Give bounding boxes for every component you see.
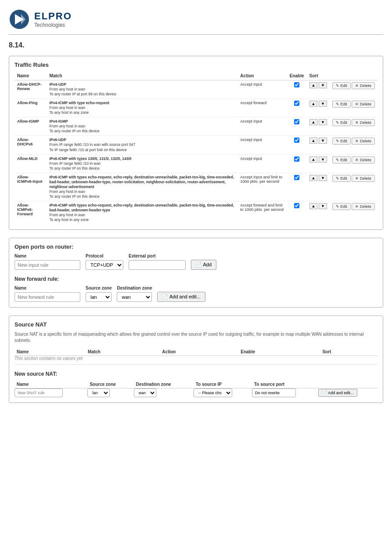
row-enable-checkbox-3[interactable] — [294, 138, 299, 143]
row-enable-checkbox-2[interactable] — [294, 119, 299, 124]
snat-col-action: Action — [160, 348, 238, 356]
row-enable-checkbox-6[interactable] — [294, 203, 299, 208]
sort-down-btn-4[interactable]: ▼ — [319, 156, 327, 163]
sort-up-btn-2[interactable]: ▲ — [309, 119, 318, 125]
row-sort-2: ▲ ▼ — [307, 117, 330, 136]
open-ports-extport-label: External port — [129, 254, 186, 258]
new-snat-col-tosourceport: To source port — [252, 381, 318, 388]
edit-btn-6[interactable]: ✎ Edit — [332, 203, 351, 210]
new-snat-source-zone-select[interactable]: lan wan — [87, 388, 110, 397]
open-ports-protocol-group: Protocol TCP+UDP TCP UDP — [86, 254, 123, 270]
sort-down-btn-2[interactable]: ▼ — [319, 119, 327, 125]
open-ports-protocol-select[interactable]: TCP+UDP TCP UDP — [86, 260, 123, 270]
new-snat-tosourceip-select[interactable]: -- Please cho — [194, 388, 232, 397]
row-name-2: Allow-IGMP — [14, 117, 47, 136]
snat-col-match: Match — [86, 348, 160, 356]
col-actions — [330, 72, 378, 80]
row-enable-4[interactable] — [287, 154, 307, 173]
sort-up-btn-4[interactable]: ▲ — [309, 156, 318, 163]
forward-add-edit-button[interactable]: 📄 Add and edit... — [157, 292, 205, 302]
source-nat-table: Name Match Action Enable Sort This secti… — [14, 348, 378, 361]
row-btns-4: ✎ Edit ✕ Delete — [330, 154, 378, 173]
new-snat-source-zone-cell: lan wan — [87, 388, 133, 398]
row-enable-checkbox-4[interactable] — [294, 156, 299, 162]
sort-down-btn-1[interactable]: ▼ — [319, 101, 327, 107]
open-ports-extport-group: External port — [129, 254, 186, 270]
source-nat-title: Source NAT — [14, 321, 378, 328]
open-ports-name-input[interactable] — [14, 260, 80, 270]
sort-up-btn-6[interactable]: ▲ — [309, 203, 318, 209]
new-snat-col-tosourceip: To source IP — [194, 381, 252, 388]
row-sort-6: ▲ ▼ — [307, 201, 330, 224]
logo-sub: Technologies — [34, 22, 72, 28]
traffic-row: Allow-ICMPv6-Input IPv6-ICMP with types … — [14, 173, 378, 201]
delete-btn-4[interactable]: ✕ Delete — [352, 156, 375, 163]
row-enable-6[interactable] — [287, 201, 307, 224]
sort-up-btn-1[interactable]: ▲ — [309, 101, 318, 107]
edit-btn-3[interactable]: ✎ Edit — [332, 138, 351, 145]
row-btns-3: ✎ Edit ✕ Delete — [330, 136, 378, 154]
row-action-4: Accept input — [237, 154, 287, 173]
delete-btn-5[interactable]: ✕ Delete — [352, 175, 375, 182]
col-enable: Enable — [287, 72, 307, 80]
new-snat-dest-zone-select[interactable]: wan lan — [134, 388, 156, 397]
logo-text: ELPRO Technologies — [34, 11, 72, 28]
row-btns-1: ✎ Edit ✕ Delete — [330, 99, 378, 117]
delete-btn-3[interactable]: ✕ Delete — [352, 138, 375, 145]
row-enable-0[interactable] — [287, 80, 307, 99]
edit-btn-4[interactable]: ✎ Edit — [332, 156, 351, 163]
row-enable-checkbox-5[interactable] — [294, 175, 299, 180]
col-name: Name — [14, 72, 47, 80]
sort-up-btn-5[interactable]: ▲ — [309, 175, 318, 181]
new-snat-name-input[interactable] — [14, 388, 63, 397]
open-ports-add-button[interactable]: 📄 Add — [191, 260, 216, 270]
sort-down-btn-6[interactable]: ▼ — [319, 203, 327, 209]
new-snat-action-cell: 📄 Add and edit... — [318, 388, 378, 398]
col-sort: Sort — [307, 72, 330, 80]
delete-btn-0[interactable]: ✕ Delete — [352, 82, 375, 89]
add-label: Add — [203, 262, 212, 267]
logo-name: ELPRO — [34, 11, 72, 22]
row-enable-3[interactable] — [287, 136, 307, 154]
forward-dest-zone-group: Destination zone wan lan — [117, 286, 152, 302]
row-enable-1[interactable] — [287, 99, 307, 117]
row-action-5: Accept input and limit to 1000 pkts. per… — [237, 173, 287, 201]
delete-btn-1[interactable]: ✕ Delete — [352, 101, 375, 108]
row-sort-5: ▲ ▼ — [307, 173, 330, 201]
row-btns-0: ✎ Edit ✕ Delete — [330, 80, 378, 99]
edit-btn-2[interactable]: ✎ Edit — [332, 119, 351, 126]
row-enable-checkbox-0[interactable] — [294, 82, 299, 87]
edit-btn-1[interactable]: ✎ Edit — [332, 101, 351, 108]
sort-up-btn-3[interactable]: ▲ — [309, 138, 318, 144]
row-enable-2[interactable] — [287, 117, 307, 136]
sort-up-btn-0[interactable]: ▲ — [309, 82, 318, 88]
forward-name-input[interactable] — [14, 292, 80, 302]
traffic-rules-table: Name Match Action Enable Sort Allow-DHCP… — [14, 72, 378, 224]
delete-btn-6[interactable]: ✕ Delete — [352, 203, 375, 210]
edit-btn-0[interactable]: ✎ Edit — [332, 82, 351, 89]
row-name-5: Allow-ICMPv6-Input — [14, 173, 47, 201]
new-snat-col-name: Name — [14, 381, 87, 388]
sort-down-btn-0[interactable]: ▼ — [319, 82, 327, 88]
forward-dest-zone-select[interactable]: wan lan — [117, 292, 152, 302]
forward-source-zone-select[interactable]: lan wan — [86, 292, 111, 302]
open-ports-panel: Open ports on router: Name Protocol TCP+… — [9, 238, 383, 308]
open-ports-name-label: Name — [14, 254, 80, 258]
edit-btn-5[interactable]: ✎ Edit — [332, 175, 351, 182]
snat-col-enable: Enable — [238, 348, 320, 356]
add-edit-label: Add and edit... — [169, 294, 201, 299]
new-snat-dest-zone-cell: wan lan — [134, 388, 194, 398]
traffic-row: Allow-DHCPv6 IPv6-UDPFrom IP range fe80:… — [14, 136, 378, 154]
open-ports-extport-input[interactable] — [129, 260, 186, 270]
elpro-logo-icon — [9, 9, 30, 30]
new-snat-add-edit-button[interactable]: 📄 Add and edit... — [318, 389, 357, 397]
col-match: Match — [47, 72, 238, 80]
sort-down-btn-5[interactable]: ▼ — [319, 175, 327, 181]
new-snat-tosourceport-input[interactable] — [252, 388, 296, 397]
snat-col-sort: Sort — [320, 348, 378, 356]
delete-btn-2[interactable]: ✕ Delete — [352, 119, 375, 126]
row-enable-checkbox-1[interactable] — [294, 101, 299, 106]
new-snat-col-dest: Destination zone — [134, 381, 194, 388]
sort-down-btn-3[interactable]: ▼ — [319, 138, 327, 144]
row-enable-5[interactable] — [287, 173, 307, 201]
